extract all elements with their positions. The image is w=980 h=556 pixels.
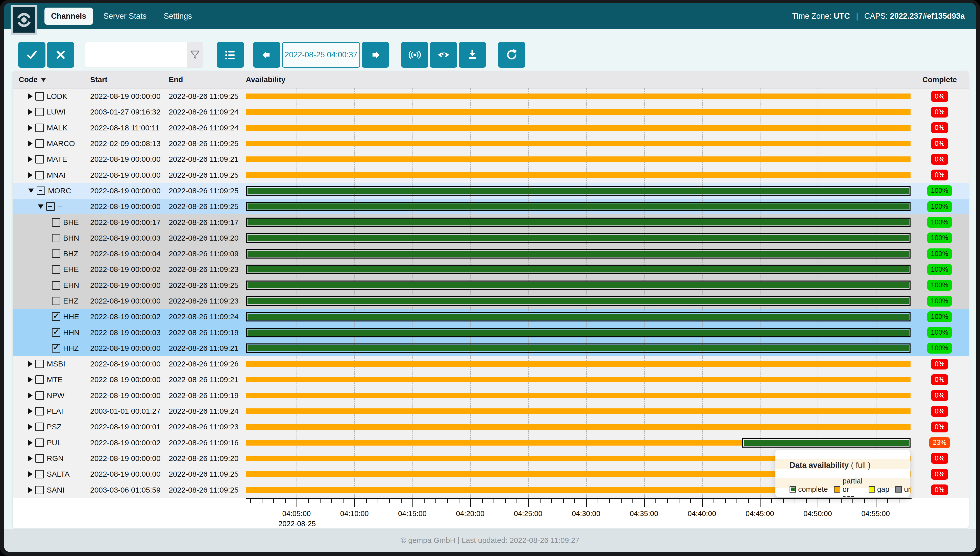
availability-bar-partial_or_gap[interactable] (246, 172, 911, 178)
availability-bar-complete[interactable] (246, 218, 911, 227)
column-header-end[interactable]: End (169, 71, 183, 88)
checkbox-unchecked[interactable] (35, 438, 44, 447)
expand-icon[interactable] (28, 440, 32, 446)
checkbox-unchecked[interactable] (52, 281, 60, 289)
availability-bar-complete[interactable] (246, 233, 911, 243)
time-next-button[interactable] (362, 42, 389, 68)
datetime-field[interactable]: 2022-08-25 04:00:37 (282, 42, 360, 68)
availability-bar-partial_or_gap[interactable] (246, 141, 911, 146)
collapse-icon[interactable] (28, 189, 34, 193)
time-prev-button[interactable] (253, 42, 280, 68)
checkbox-unchecked[interactable] (52, 234, 60, 242)
row-luwi[interactable]: LUWI2003-01-27 09:16:322022-08-26 11:09:… (13, 104, 969, 120)
expand-icon[interactable] (28, 471, 32, 477)
checkbox-partial[interactable] (37, 186, 45, 195)
tab-channels[interactable]: Channels (44, 8, 93, 25)
deselect-all-button[interactable] (47, 42, 74, 68)
checkbox-unchecked[interactable] (35, 486, 44, 495)
checkbox-checked[interactable] (52, 312, 60, 321)
availability-bar-complete[interactable] (246, 328, 911, 338)
availability-bar-complete[interactable] (246, 312, 911, 322)
filter-addon[interactable] (187, 42, 203, 68)
row-bhn[interactable]: BHN2022-08-19 00:00:032022-08-26 11:09:2… (13, 230, 969, 246)
checkbox-unchecked[interactable] (35, 124, 44, 132)
row-ehn[interactable]: EHN2022-08-19 00:00:002022-08-26 11:09:2… (13, 278, 969, 293)
expand-icon[interactable] (28, 94, 32, 99)
expand-icon[interactable] (28, 125, 32, 131)
checkbox-unchecked[interactable] (35, 375, 44, 384)
checkbox-unchecked[interactable] (35, 360, 44, 368)
availability-bar-partial_or_gap[interactable] (246, 377, 911, 382)
checkbox-partial[interactable] (46, 202, 55, 211)
checkbox-unchecked[interactable] (35, 454, 44, 463)
expand-icon[interactable] (28, 408, 32, 414)
availability-bar-partial_or_gap[interactable] (246, 125, 911, 131)
row-marco[interactable]: MARCO2022-02-09 00:08:132022-08-26 11:09… (13, 136, 969, 151)
checkbox-unchecked[interactable] (52, 218, 60, 227)
availability-bar-partial_or_gap[interactable] (246, 361, 911, 367)
availability-bar-partial_or_gap[interactable] (246, 157, 911, 162)
checkbox-unchecked[interactable] (35, 155, 44, 163)
row-lodk[interactable]: LODK2022-08-19 00:00:002022-08-26 11:09:… (13, 89, 969, 104)
checkbox-unchecked[interactable] (35, 407, 44, 415)
column-header-start[interactable]: Start (90, 71, 107, 88)
checkbox-unchecked[interactable] (35, 470, 44, 478)
row-mnai[interactable]: MNAI2022-08-19 00:00:002022-08-26 11:09:… (13, 167, 969, 183)
availability-bar-complete[interactable] (742, 438, 911, 448)
row-npw[interactable]: NPW2022-08-19 00:00:002022-08-26 11:09:1… (13, 388, 969, 403)
expand-icon[interactable] (28, 172, 32, 178)
row-bhz[interactable]: BHZ2022-08-19 00:00:042022-08-26 11:09:0… (13, 246, 969, 262)
collapse-icon[interactable] (38, 204, 44, 209)
checkbox-unchecked[interactable] (35, 171, 44, 179)
row-hhn[interactable]: HHN2022-08-19 00:00:032022-08-26 11:09:1… (13, 325, 969, 340)
row-bhe[interactable]: BHE2022-08-19 00:00:172022-08-26 11:09:1… (13, 214, 969, 230)
row-ehe[interactable]: EHE2022-08-19 00:00:022022-08-26 11:09:2… (13, 262, 969, 277)
tab-server-stats[interactable]: Server Stats (97, 8, 153, 25)
availability-bar-partial_or_gap[interactable] (246, 393, 911, 398)
availability-bar-complete[interactable] (246, 281, 911, 290)
checkbox-unchecked[interactable] (52, 249, 60, 258)
row-pul[interactable]: PUL2022-08-19 00:00:022022-08-26 11:09:1… (13, 435, 969, 451)
row-msbi[interactable]: MSBI2022-08-19 00:00:002022-08-26 11:09:… (13, 356, 969, 372)
checkbox-unchecked[interactable] (35, 108, 44, 116)
availability-bar-complete[interactable] (246, 296, 911, 306)
download-button[interactable] (459, 42, 486, 68)
row-ehz[interactable]: EHZ2022-08-19 00:00:002022-08-26 11:09:2… (13, 293, 969, 309)
expand-icon[interactable] (28, 377, 32, 382)
checkbox-unchecked[interactable] (52, 265, 60, 274)
expand-icon[interactable] (28, 157, 32, 162)
row-hhz[interactable]: HHZ2022-08-19 00:00:002022-08-26 11:09:2… (13, 340, 969, 356)
availability-bar-complete[interactable] (246, 202, 911, 211)
expand-icon[interactable] (28, 109, 32, 115)
availability-bar-partial_or_gap[interactable] (246, 94, 911, 99)
filter-input[interactable] (85, 42, 187, 68)
tab-settings[interactable]: Settings (157, 8, 198, 25)
row-morc[interactable]: MORC2022-08-19 00:00:002022-08-26 11:09:… (13, 183, 969, 199)
channel-list-button[interactable] (217, 42, 244, 68)
expand-icon[interactable] (28, 456, 32, 461)
checkbox-unchecked[interactable] (35, 423, 44, 431)
availability-bar-complete[interactable] (246, 249, 911, 259)
availability-bar-complete[interactable] (246, 343, 911, 353)
row-psz[interactable]: PSZ2022-08-19 00:00:012022-08-26 11:09:2… (13, 419, 969, 435)
select-all-button[interactable] (18, 42, 45, 68)
availability-bar-complete[interactable] (246, 186, 911, 196)
row-malk[interactable]: MALK2022-08-18 11:00:112022-08-26 11:09:… (13, 120, 969, 136)
row-hhe[interactable]: HHE2022-08-19 00:00:022022-08-26 11:09:2… (13, 309, 969, 325)
view-button[interactable] (430, 42, 457, 68)
availability-bar-complete[interactable] (246, 265, 911, 274)
row-dash[interactable]: --2022-08-19 00:00:002022-08-26 11:09:25… (13, 199, 969, 214)
checkbox-unchecked[interactable] (35, 139, 44, 148)
expand-icon[interactable] (28, 393, 32, 398)
refresh-button[interactable] (498, 42, 525, 68)
row-mte[interactable]: MTE2022-08-19 00:00:002022-08-26 11:09:2… (13, 372, 969, 388)
expand-icon[interactable] (28, 424, 32, 430)
expand-icon[interactable] (28, 141, 32, 146)
availability-bar-partial_or_gap[interactable] (246, 109, 911, 115)
availability-bar-partial_or_gap[interactable] (246, 440, 742, 446)
realtime-button[interactable] (401, 42, 429, 68)
availability-bar-partial_or_gap[interactable] (246, 408, 911, 414)
checkbox-unchecked[interactable] (35, 391, 44, 400)
row-plai[interactable]: PLAI2003-01-01 00:01:272022-08-26 11:09:… (13, 403, 969, 419)
column-header-code[interactable]: Code (19, 71, 46, 88)
